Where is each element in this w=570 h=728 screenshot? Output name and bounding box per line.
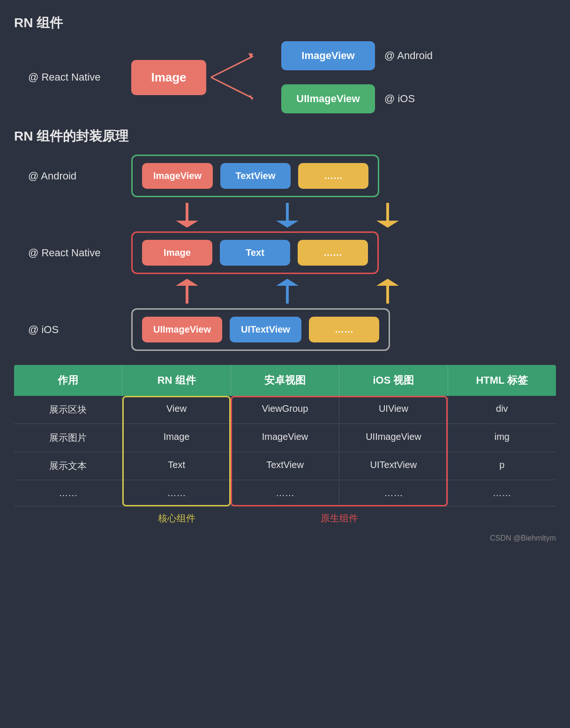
td-zuoyong-2: 展示图片	[14, 424, 122, 452]
rn-image: Image	[142, 240, 212, 266]
comparison-table: 作用 RN 组件 安卓视图 iOS 视图 HTML 标签 展示区块 View V…	[14, 365, 556, 506]
rn-bordered-box: Image Text ……	[131, 231, 379, 274]
table-header: 作用 RN 组件 安卓视图 iOS 视图 HTML 标签	[14, 365, 556, 396]
up-arrow-salmon	[141, 279, 233, 305]
td-zuoyong-4: ……	[14, 480, 122, 506]
android-dots: ……	[298, 163, 368, 189]
td-html-3: p	[448, 452, 556, 480]
android-label: @ Android	[384, 50, 441, 62]
table-row: 展示文本 Text TextView UITextView p	[14, 452, 556, 480]
ios-label-2: @ iOS	[28, 324, 131, 336]
ios-label: @ iOS	[384, 93, 441, 105]
android-bordered-box: ImageView TextView ……	[131, 155, 379, 197]
comparison-table-section: 作用 RN 组件 安卓视图 iOS 视图 HTML 标签 展示区块 View V…	[14, 365, 556, 525]
up-arrow-yellow	[341, 279, 434, 305]
th-rn-component: RN 组件	[122, 365, 231, 396]
td-html-1: div	[448, 396, 556, 423]
svg-marker-15	[376, 279, 399, 286]
svg-marker-5	[176, 221, 198, 228]
svg-line-2	[211, 77, 253, 98]
svg-line-0	[211, 56, 253, 77]
section2-title: RN 组件的封装原理	[14, 127, 556, 145]
td-ios-1: UIView	[339, 396, 448, 423]
table-footer: 核心组件 原生组件	[14, 512, 556, 525]
diverging-arrows	[206, 45, 281, 110]
csdn-footer: CSDN @Biehmltym	[14, 534, 556, 542]
react-native-label: @ React Native	[28, 71, 131, 83]
android-label-2: @ Android	[28, 170, 131, 182]
section1-title: RN 组件	[14, 14, 556, 32]
table-row: 展示区块 View ViewGroup UIView div	[14, 396, 556, 424]
td-ios-3: UITextView	[339, 452, 448, 480]
td-rn-3: Text	[122, 452, 231, 480]
th-html-tag: HTML 标签	[448, 365, 556, 396]
image-box: Image	[131, 60, 206, 95]
down-arrow-blue	[241, 202, 334, 228]
ios-uitextview: UITextView	[230, 317, 301, 342]
svg-marker-11	[176, 279, 198, 286]
svg-marker-13	[276, 279, 299, 286]
td-android-4: ……	[231, 480, 339, 506]
td-zuoyong-1: 展示区块	[14, 396, 122, 423]
th-android-view: 安卓视图	[231, 365, 339, 396]
footer-rn-label: 核心组件	[122, 512, 231, 525]
th-zuoyong: 作用	[14, 365, 122, 396]
up-arrow-blue	[241, 279, 334, 305]
android-textview: TextView	[220, 163, 291, 189]
rn-dots: ……	[298, 240, 368, 266]
td-rn-4: ……	[122, 480, 231, 506]
table-row: 展示图片 Image ImageView UIImageView img	[14, 424, 556, 452]
td-ios-2: UIImageView	[339, 424, 448, 452]
svg-marker-7	[276, 221, 299, 228]
td-html-2: img	[448, 424, 556, 452]
ios-dots: ……	[309, 317, 379, 342]
down-arrow-salmon	[141, 202, 233, 228]
td-android-3: TextView	[231, 452, 339, 480]
td-rn-1: View	[122, 396, 231, 423]
uiimageview-box: UIImageView	[281, 84, 375, 113]
footer-empty-2	[448, 512, 556, 525]
td-ios-4: ……	[339, 480, 448, 506]
ios-bordered-box: UIImageView UITextView ……	[131, 308, 390, 351]
footer-empty-1	[14, 512, 122, 525]
th-ios-view: iOS 视图	[339, 365, 448, 396]
td-rn-2: Image	[122, 424, 231, 452]
rn-text: Text	[220, 240, 290, 266]
down-arrow-yellow	[341, 202, 434, 228]
rn-label-2: @ React Native	[28, 247, 131, 259]
td-android-1: ViewGroup	[231, 396, 339, 423]
footer-native-label: 原生组件	[231, 512, 447, 525]
td-android-2: ImageView	[231, 424, 339, 452]
td-zuoyong-3: 展示文本	[14, 452, 122, 480]
table-row: …… …… …… …… ……	[14, 480, 556, 506]
android-imageview: ImageView	[142, 163, 213, 189]
imageview-box: ImageView	[281, 41, 375, 70]
ios-uiimageview: UIImageView	[142, 317, 222, 342]
td-html-4: ……	[448, 480, 556, 506]
svg-marker-9	[376, 221, 399, 228]
